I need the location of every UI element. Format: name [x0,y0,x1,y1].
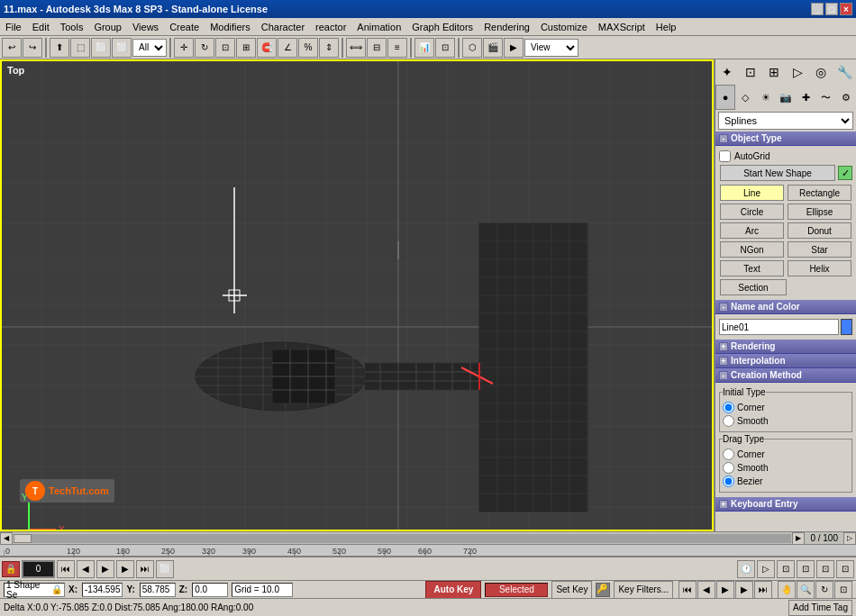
ellipse-button[interactable]: Ellipse [788,204,851,220]
set-key-button[interactable]: Set Key [551,581,592,599]
arc-button[interactable]: Arc [720,222,784,239]
align-button[interactable]: ⊟ [367,38,387,58]
angle-snap-button[interactable]: ∠ [278,38,297,58]
select-type-button[interactable]: ⬜ [91,38,111,58]
render-scene-button[interactable]: 🎬 [483,38,503,58]
keyboard-entry-header[interactable]: + Keyboard Entry [715,497,856,512]
expand-button[interactable]: ▷ [843,532,856,545]
minimize-button[interactable]: _ [811,3,824,15]
menu-help[interactable]: Help [651,18,682,36]
playback-button[interactable]: ▷ [757,560,775,578]
percent-snap-button[interactable]: % [298,38,318,58]
reference-button[interactable]: ⊞ [236,38,256,58]
object-type-collapse[interactable]: - [719,134,728,143]
start-new-shape-button[interactable]: Start New Shape [720,165,835,181]
menu-maxscript[interactable]: MAXScript [593,18,651,36]
rectangle-button[interactable]: Rectangle [788,185,851,201]
helix-button[interactable]: Helix [788,260,851,276]
menu-customize[interactable]: Customize [535,18,593,36]
modify-icon[interactable]: ⊡ [739,59,762,85]
menu-rendering[interactable]: Rendering [478,18,535,36]
menu-modifiers[interactable]: Modifiers [205,18,256,36]
pan-button[interactable]: 🤚 [778,581,796,599]
schematic-button[interactable]: ⊡ [435,38,455,58]
name-color-collapse[interactable]: - [719,303,728,312]
star-button[interactable]: Star [788,241,851,258]
menu-reactor[interactable]: reactor [310,18,351,36]
pb-first[interactable]: ⏮ [678,581,697,599]
scale-button[interactable]: ⊡ [215,38,235,58]
name-color-header[interactable]: - Name and Color [715,300,856,314]
corner-radio[interactable] [723,402,734,413]
camera-icon[interactable]: 📷 [776,85,796,110]
pb-next[interactable]: ▶ [735,581,753,599]
rendering-collapse[interactable]: + [719,342,728,351]
object-type-header[interactable]: - Object Type [715,131,856,146]
display-icon[interactable]: ◎ [809,59,833,85]
pb-prev[interactable]: ◀ [697,581,715,599]
pb-last[interactable]: ⏭ [754,581,772,599]
menu-character[interactable]: Character [256,18,310,36]
motion-icon[interactable]: ▷ [786,59,809,85]
key-filters-button[interactable]: Key Filters... [614,581,673,599]
interpolation-collapse[interactable]: + [719,357,728,366]
section-button[interactable]: Section [720,279,787,295]
maximize-vp-button[interactable]: ⊡ [834,581,852,599]
prev-frame-button[interactable]: ◀ [77,560,95,578]
anim-misc-1[interactable]: ⊡ [777,560,795,578]
circle-button[interactable]: Circle [720,204,784,220]
ngon-button[interactable]: NGon [720,241,784,258]
titlebar-controls[interactable]: _ □ × [811,3,852,15]
close-button[interactable]: × [840,3,852,15]
layer-button[interactable]: ≡ [387,38,407,58]
keyboard-entry-collapse[interactable]: + [719,500,728,509]
utilities-icon[interactable]: 🔧 [833,59,856,85]
systems-icon[interactable]: ⚙ [836,85,856,110]
drag-bezier-radio[interactable] [723,476,734,487]
creation-method-collapse[interactable]: - [719,371,728,380]
key-mode-button[interactable]: ⬜ [156,560,174,578]
creation-method-header[interactable]: - Creation Method [715,368,856,383]
move-button[interactable]: ✛ [174,38,194,58]
category-dropdown[interactable]: Splines Standard Primitives Extended Pri… [718,112,853,130]
menu-edit[interactable]: Edit [27,18,55,36]
scroll-left-button[interactable]: ◀ [0,532,13,545]
orbit-button[interactable]: ↻ [815,581,833,599]
create-icon[interactable]: ✦ [715,59,739,85]
menu-graph-editors[interactable]: Graph Editors [406,18,478,36]
menu-animation[interactable]: Animation [351,18,406,36]
filter-select[interactable]: All [132,39,167,57]
view-select[interactable]: View [524,39,578,57]
material-editor-button[interactable]: ⬡ [462,38,482,58]
anim-misc-3[interactable]: ⊡ [816,560,834,578]
rendering-header[interactable]: + Rendering [715,340,856,354]
pb-play[interactable]: ▶ [716,581,734,599]
mirror-button[interactable]: ⟺ [346,38,366,58]
redo-button[interactable]: ↪ [23,38,42,58]
viewport[interactable]: Top [0,59,714,531]
menu-group[interactable]: Group [88,18,127,36]
next-frame-button[interactable]: ▶ [116,560,134,578]
line-button[interactable]: Line [720,185,784,201]
quick-render-button[interactable]: ▶ [504,38,524,58]
frame-lock-button[interactable]: 🔒 [2,561,20,577]
menu-create[interactable]: Create [164,18,205,36]
hierarchy-icon[interactable]: ⊞ [762,59,786,85]
menu-views[interactable]: Views [127,18,164,36]
snaps-button[interactable]: 🧲 [257,38,277,58]
named-sel-button[interactable]: ⬜ [112,38,132,58]
last-frame-button[interactable]: ⏭ [136,560,154,578]
menu-file[interactable]: File [0,18,27,36]
donut-button[interactable]: Donut [788,222,851,239]
frame-field[interactable]: 0 [22,560,55,578]
time-config-button[interactable]: 🕐 [737,560,755,578]
anim-misc-2[interactable]: ⊡ [797,560,815,578]
lights-icon[interactable]: ☀ [756,85,776,110]
spinner-snap-button[interactable]: ⇕ [319,38,339,58]
undo-button[interactable]: ↩ [2,38,22,58]
anim-misc-4[interactable]: ⊡ [836,560,854,578]
play-button[interactable]: ▶ [96,560,114,578]
geometry-icon[interactable]: ● [715,85,735,110]
autogrid-checkbox[interactable] [719,150,731,162]
select-region-button[interactable]: ⬚ [70,38,90,58]
